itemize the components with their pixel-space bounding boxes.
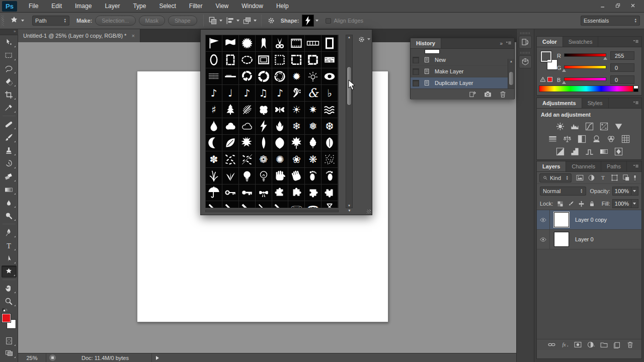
adjustment-curves-icon[interactable]: [584, 121, 595, 131]
adjustment-color-lookup-icon[interactable]: [620, 134, 631, 144]
shape-snowflake-2[interactable]: ❅: [305, 118, 321, 135]
layer-row[interactable]: Layer 0: [537, 230, 641, 249]
eye-icon[interactable]: [539, 236, 547, 243]
shape-film-frame[interactable]: [288, 35, 305, 52]
shape-pennant[interactable]: [206, 35, 222, 52]
shape-grunge-circle-1[interactable]: [239, 68, 256, 85]
document-tab[interactable]: Untitled-1 @ 25% (Layer 0 copy, RGB/8) *…: [18, 29, 140, 42]
history-source-checkbox[interactable]: [413, 80, 419, 86]
scrollbar-thumb[interactable]: [509, 72, 513, 85]
adjustment-posterize-icon[interactable]: [569, 146, 580, 156]
shape-maple-leaf-1[interactable]: [239, 135, 256, 151]
shape-picture-frame[interactable]: [256, 52, 272, 68]
scroll-down-icon[interactable]: ▼: [348, 209, 351, 212]
shape-ornate-oval[interactable]: [239, 52, 256, 68]
foreground-color-swatch[interactable]: [2, 314, 11, 322]
resize-grip[interactable]: [367, 210, 371, 214]
history-item[interactable]: New: [411, 54, 508, 66]
shape-eighth-note-3[interactable]: ♪: [272, 85, 289, 102]
tool-path-selection[interactable]: [2, 252, 17, 264]
shape-footprint-2[interactable]: [321, 168, 338, 185]
lock-brush-icon[interactable]: [567, 200, 575, 208]
shape-starburst[interactable]: ✷: [305, 102, 321, 118]
align-paths-icon[interactable]: [224, 15, 240, 27]
shape-scattered-leaves-1[interactable]: [222, 151, 239, 168]
shape-filmstrip[interactable]: [305, 35, 321, 52]
tool-blur[interactable]: [2, 197, 17, 209]
tool-dodge[interactable]: [2, 210, 17, 222]
shape-wavy-flag[interactable]: [222, 35, 239, 52]
adjustment-threshold-icon[interactable]: [584, 146, 595, 156]
tab-adjustments[interactable]: Adjustments: [537, 98, 582, 108]
menu-image[interactable]: Image: [68, 1, 98, 12]
shape-picker-scrollbar[interactable]: ▲ ▼: [346, 35, 353, 208]
shape-cloud-filled[interactable]: [222, 118, 239, 135]
adjustment-invert-icon[interactable]: [554, 146, 566, 156]
filter-picture-icon[interactable]: [575, 173, 585, 183]
shape-idea-doodle[interactable]: [305, 68, 321, 85]
shape-umbrella[interactable]: [206, 185, 222, 201]
adjustment-hue-saturation-icon[interactable]: [547, 134, 558, 144]
shape-puzzle-1[interactable]: [272, 185, 289, 201]
tab-styles[interactable]: Styles: [582, 98, 609, 108]
adjustment-color-balance-icon[interactable]: [562, 134, 573, 144]
layer-row[interactable]: Layer 0 copy: [537, 210, 641, 230]
adjustment-channel-mixer-icon[interactable]: [606, 134, 617, 144]
collapsed-properties-panel-icon[interactable]: [519, 36, 532, 49]
shape-phone-outline[interactable]: ☏: [288, 201, 305, 208]
channel-value[interactable]: 255: [610, 51, 634, 60]
shape-fire[interactable]: [272, 118, 289, 135]
shape-raindrop[interactable]: [206, 118, 222, 135]
tool-type[interactable]: T: [2, 239, 17, 251]
gamut-color-chip[interactable]: [547, 77, 552, 82]
layers-mask-button[interactable]: [573, 340, 582, 349]
shape-paint-line[interactable]: [222, 68, 239, 85]
make-button-selection[interactable]: Selection...: [95, 16, 135, 26]
history-delete-button[interactable]: [498, 90, 507, 99]
blend-mode-select[interactable]: Normal: [540, 187, 586, 196]
tool-mode-select[interactable]: Path: [32, 16, 69, 26]
collapse-chevrons-icon[interactable]: »: [500, 41, 502, 46]
shape-waves[interactable]: [321, 102, 338, 118]
shape-splatter[interactable]: ✹: [288, 68, 305, 85]
close-icon[interactable]: ×: [131, 33, 134, 39]
layers-link-button[interactable]: [547, 340, 556, 349]
shape-diagonal-1[interactable]: [206, 201, 222, 208]
tool-pen[interactable]: [2, 226, 17, 238]
shape-puzzle-4[interactable]: [321, 185, 338, 201]
adjustment-photo-filter-icon[interactable]: [591, 134, 602, 144]
adjustment-levels-icon[interactable]: [569, 121, 580, 131]
tab-layers[interactable]: Layers: [537, 161, 566, 171]
visibility-well[interactable]: [537, 230, 550, 249]
shape-seal[interactable]: [239, 35, 256, 52]
tab-channels[interactable]: Channels: [566, 161, 601, 171]
shape-daisy[interactable]: ✺: [272, 151, 289, 168]
tool-hand[interactable]: [2, 282, 17, 294]
channel-slider[interactable]: [564, 65, 606, 69]
channel-value[interactable]: 0: [610, 63, 634, 72]
menu-view[interactable]: View: [209, 1, 235, 12]
color-spectrum-ramp[interactable]: [539, 85, 633, 92]
adjustment-selective-color-icon[interactable]: [613, 146, 624, 156]
shape-scattered-leaves-2[interactable]: [239, 151, 256, 168]
history-scrollbar[interactable]: ▲ ▼: [508, 59, 514, 88]
history-item[interactable]: Make Layer: [411, 66, 508, 77]
chevron-down-icon[interactable]: [315, 20, 318, 22]
current-shape-thumbnail[interactable]: [302, 15, 314, 27]
make-button-shape[interactable]: Shape: [168, 16, 197, 26]
shape-diagonal-5[interactable]: [272, 201, 289, 208]
combine-shapes-icon[interactable]: [207, 15, 223, 27]
shape-beamed-notes[interactable]: ♫: [256, 85, 272, 102]
shape-treble-clef[interactable]: &: [305, 85, 321, 102]
shape-grunge-frame-1[interactable]: [288, 52, 305, 68]
channel-slider[interactable]: [564, 53, 606, 57]
shape-ribbon-award[interactable]: [256, 35, 272, 52]
shape-sharp[interactable]: ♯: [206, 102, 222, 118]
layers-fx-button[interactable]: fx: [560, 340, 569, 349]
shape-eighth-note[interactable]: ♪: [206, 85, 222, 102]
tab-swatches[interactable]: Swatches: [563, 37, 599, 47]
shape-grunge-circle-2[interactable]: [256, 68, 272, 85]
shape-stamp-frame[interactable]: [272, 52, 289, 68]
shape-footprint-1[interactable]: [305, 168, 321, 185]
menu-select[interactable]: Select: [152, 1, 182, 12]
